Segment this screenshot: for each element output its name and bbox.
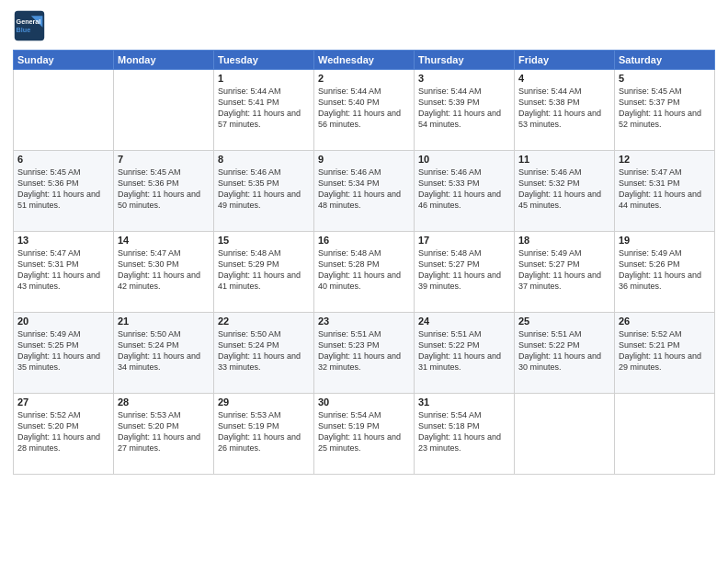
calendar-cell: 8Sunrise: 5:46 AM Sunset: 5:35 PM Daylig… [214,151,314,232]
day-info: Sunrise: 5:54 AM Sunset: 5:18 PM Dayligh… [418,409,510,454]
day-number: 17 [418,235,510,246]
day-info: Sunrise: 5:54 AM Sunset: 5:19 PM Dayligh… [318,409,410,454]
calendar-table: SundayMondayTuesdayWednesdayThursdayFrid… [13,50,715,475]
calendar-cell: 21Sunrise: 5:50 AM Sunset: 5:24 PM Dayli… [114,313,214,394]
calendar-cell: 26Sunrise: 5:52 AM Sunset: 5:21 PM Dayli… [615,313,715,394]
calendar-cell: 12Sunrise: 5:47 AM Sunset: 5:31 PM Dayli… [615,151,715,232]
calendar-week-row: 6Sunrise: 5:45 AM Sunset: 5:36 PM Daylig… [14,151,715,232]
day-number: 24 [418,316,510,327]
day-number: 19 [619,235,711,246]
calendar-cell: 22Sunrise: 5:50 AM Sunset: 5:24 PM Dayli… [214,313,314,394]
calendar-cell: 2Sunrise: 5:44 AM Sunset: 5:40 PM Daylig… [314,70,415,151]
day-info: Sunrise: 5:53 AM Sunset: 5:20 PM Dayligh… [118,409,210,454]
calendar-cell [14,70,114,151]
day-number: 23 [318,316,410,327]
day-number: 3 [418,73,510,84]
calendar-cell: 15Sunrise: 5:48 AM Sunset: 5:29 PM Dayli… [214,232,314,313]
day-number: 26 [619,316,711,327]
day-number: 20 [17,316,109,327]
day-info: Sunrise: 5:52 AM Sunset: 5:21 PM Dayligh… [619,328,711,373]
day-number: 18 [518,235,610,246]
day-info: Sunrise: 5:51 AM Sunset: 5:23 PM Dayligh… [318,328,410,373]
calendar-cell: 25Sunrise: 5:51 AM Sunset: 5:22 PM Dayli… [515,313,615,394]
calendar-cell: 16Sunrise: 5:48 AM Sunset: 5:28 PM Dayli… [314,232,415,313]
day-number: 4 [518,73,610,84]
calendar-cell: 24Sunrise: 5:51 AM Sunset: 5:22 PM Dayli… [415,313,515,394]
day-number: 13 [17,235,109,246]
day-info: Sunrise: 5:45 AM Sunset: 5:37 PM Dayligh… [619,86,711,131]
calendar-cell: 11Sunrise: 5:46 AM Sunset: 5:32 PM Dayli… [515,151,615,232]
day-number: 30 [318,396,410,408]
day-info: Sunrise: 5:45 AM Sunset: 5:36 PM Dayligh… [17,167,109,212]
day-number: 31 [418,396,510,408]
day-info: Sunrise: 5:48 AM Sunset: 5:27 PM Dayligh… [418,247,510,293]
calendar-header-row: SundayMondayTuesdayWednesdayThursdayFrid… [14,51,715,70]
day-info: Sunrise: 5:46 AM Sunset: 5:33 PM Dayligh… [418,167,510,212]
calendar-cell [114,70,214,151]
svg-text:General: General [17,17,41,26]
day-info: Sunrise: 5:49 AM Sunset: 5:25 PM Dayligh… [17,328,109,373]
day-number: 10 [418,154,510,165]
calendar-cell: 9Sunrise: 5:46 AM Sunset: 5:34 PM Daylig… [314,151,415,232]
calendar-week-row: 27Sunrise: 5:52 AM Sunset: 5:20 PM Dayli… [14,394,715,475]
weekday-header: Saturday [615,51,715,70]
day-number: 16 [318,235,410,246]
day-number: 29 [218,396,310,408]
calendar-week-row: 20Sunrise: 5:49 AM Sunset: 5:25 PM Dayli… [14,313,715,394]
day-info: Sunrise: 5:48 AM Sunset: 5:29 PM Dayligh… [218,247,310,293]
logo-icon: General Blue [13,9,46,42]
calendar-cell [615,394,715,475]
calendar-cell: 14Sunrise: 5:47 AM Sunset: 5:30 PM Dayli… [114,232,214,313]
day-number: 28 [118,396,210,408]
calendar-cell: 20Sunrise: 5:49 AM Sunset: 5:25 PM Dayli… [14,313,114,394]
day-number: 1 [218,73,310,84]
day-info: Sunrise: 5:52 AM Sunset: 5:20 PM Dayligh… [17,409,109,454]
weekday-header: Sunday [14,51,114,70]
calendar-cell: 4Sunrise: 5:44 AM Sunset: 5:38 PM Daylig… [515,70,615,151]
calendar-cell: 6Sunrise: 5:45 AM Sunset: 5:36 PM Daylig… [14,151,114,232]
day-number: 5 [619,73,711,84]
header: General Blue [13,9,715,42]
day-info: Sunrise: 5:51 AM Sunset: 5:22 PM Dayligh… [518,328,610,373]
day-number: 7 [118,154,210,165]
day-number: 14 [118,235,210,246]
day-info: Sunrise: 5:50 AM Sunset: 5:24 PM Dayligh… [218,328,310,373]
logo: General Blue [13,9,46,42]
calendar-cell: 3Sunrise: 5:44 AM Sunset: 5:39 PM Daylig… [415,70,515,151]
day-number: 6 [17,154,109,165]
day-info: Sunrise: 5:46 AM Sunset: 5:32 PM Dayligh… [518,167,610,212]
day-number: 15 [218,235,310,246]
day-number: 22 [218,316,310,327]
calendar-cell: 1Sunrise: 5:44 AM Sunset: 5:41 PM Daylig… [214,70,314,151]
calendar-cell: 17Sunrise: 5:48 AM Sunset: 5:27 PM Dayli… [415,232,515,313]
calendar-cell: 18Sunrise: 5:49 AM Sunset: 5:27 PM Dayli… [515,232,615,313]
calendar-cell: 27Sunrise: 5:52 AM Sunset: 5:20 PM Dayli… [14,394,114,475]
day-info: Sunrise: 5:44 AM Sunset: 5:39 PM Dayligh… [418,86,510,131]
day-info: Sunrise: 5:50 AM Sunset: 5:24 PM Dayligh… [118,328,210,373]
day-number: 21 [118,316,210,327]
day-info: Sunrise: 5:44 AM Sunset: 5:41 PM Dayligh… [218,86,310,131]
day-info: Sunrise: 5:47 AM Sunset: 5:31 PM Dayligh… [17,247,109,293]
weekday-header: Thursday [415,51,515,70]
calendar-week-row: 1Sunrise: 5:44 AM Sunset: 5:41 PM Daylig… [14,70,715,151]
day-info: Sunrise: 5:51 AM Sunset: 5:22 PM Dayligh… [418,328,510,373]
weekday-header: Monday [114,51,214,70]
day-number: 11 [518,154,610,165]
calendar-cell: 10Sunrise: 5:46 AM Sunset: 5:33 PM Dayli… [415,151,515,232]
calendar-cell: 13Sunrise: 5:47 AM Sunset: 5:31 PM Dayli… [14,232,114,313]
day-info: Sunrise: 5:49 AM Sunset: 5:27 PM Dayligh… [518,247,610,293]
svg-text:Blue: Blue [17,26,31,34]
weekday-header: Friday [515,51,615,70]
day-info: Sunrise: 5:46 AM Sunset: 5:35 PM Dayligh… [218,167,310,212]
calendar-cell: 28Sunrise: 5:53 AM Sunset: 5:20 PM Dayli… [114,394,214,475]
calendar-cell: 23Sunrise: 5:51 AM Sunset: 5:23 PM Dayli… [314,313,415,394]
day-info: Sunrise: 5:45 AM Sunset: 5:36 PM Dayligh… [118,167,210,212]
weekday-header: Tuesday [214,51,314,70]
day-number: 9 [318,154,410,165]
day-info: Sunrise: 5:49 AM Sunset: 5:26 PM Dayligh… [619,247,711,293]
calendar-cell: 7Sunrise: 5:45 AM Sunset: 5:36 PM Daylig… [114,151,214,232]
day-number: 12 [619,154,711,165]
day-info: Sunrise: 5:44 AM Sunset: 5:38 PM Dayligh… [518,86,610,131]
day-number: 2 [318,73,410,84]
calendar-cell: 31Sunrise: 5:54 AM Sunset: 5:18 PM Dayli… [415,394,515,475]
